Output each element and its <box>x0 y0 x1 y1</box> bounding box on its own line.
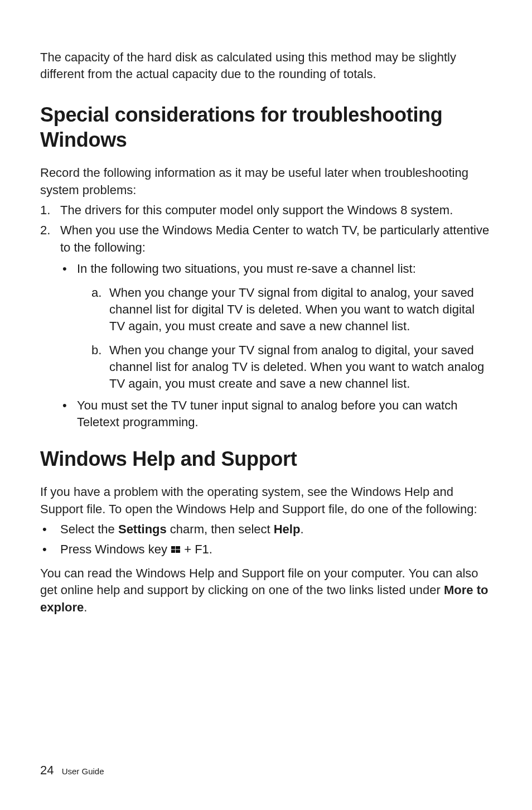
bullet1-help-bold: Help <box>274 522 301 536</box>
bullet2-post: + F1. <box>181 542 212 556</box>
bullet-windows-key: Press Windows key + F1. <box>40 541 492 558</box>
list-item-1-text: The drivers for this computer model only… <box>60 203 453 217</box>
section-heading-troubleshooting: Special considerations for troubleshooti… <box>40 102 492 152</box>
alpha-item-a-text: When you change your TV signal from digi… <box>109 286 475 334</box>
bullet1-pre: Select the <box>60 522 118 536</box>
section-heading-help-support: Windows Help and Support <box>40 446 492 471</box>
list-item-1: The drivers for this computer model only… <box>40 202 492 219</box>
bullet1-settings-bold: Settings <box>118 522 167 536</box>
help-support-bullet-list: Select the Settings charm, then select H… <box>40 521 492 558</box>
bullet2-pre: Press Windows key <box>60 542 171 556</box>
svg-rect-2 <box>171 550 175 553</box>
page-footer: 24 User Guide <box>40 763 104 778</box>
bullet-item-resave-text: In the following two situations, you mus… <box>77 262 416 276</box>
svg-rect-1 <box>176 546 180 549</box>
bullet1-post: . <box>300 522 303 536</box>
svg-rect-3 <box>176 550 180 553</box>
closing-pre: You can read the Windows Help and Suppor… <box>40 566 478 597</box>
alpha-item-a: When you change your TV signal from digi… <box>91 285 492 335</box>
alpha-list: When you change your TV signal from digi… <box>91 285 492 393</box>
bullet-settings-charm: Select the Settings charm, then select H… <box>40 521 492 538</box>
bullet-list-nested: In the following two situations, you mus… <box>60 261 492 431</box>
footer-label: User Guide <box>62 766 104 776</box>
document-page: The capacity of the hard disk as calcula… <box>0 0 532 616</box>
list-item-2-lead: When you use the Windows Media Center to… <box>60 223 489 254</box>
intro-paragraph: The capacity of the hard disk as calcula… <box>40 49 492 82</box>
windows-logo-icon <box>171 542 180 551</box>
page-number: 24 <box>40 763 54 777</box>
numbered-list: The drivers for this computer model only… <box>40 202 492 431</box>
section2-lead: If you have a problem with the operating… <box>40 484 492 518</box>
alpha-item-b-text: When you change your TV signal from anal… <box>109 343 484 391</box>
closing-paragraph: You can read the Windows Help and Suppor… <box>40 565 492 616</box>
bullet-item-teletext-text: You must set the TV tuner input signal t… <box>77 398 457 429</box>
list-item-2: When you use the Windows Media Center to… <box>40 222 492 431</box>
svg-rect-0 <box>171 546 175 549</box>
alpha-item-b: When you change your TV signal from anal… <box>91 342 492 393</box>
bullet1-mid: charm, then select <box>167 522 274 536</box>
bullet-item-resave: In the following two situations, you mus… <box>60 261 492 393</box>
section1-lead: Record the following information as it m… <box>40 165 492 199</box>
closing-post: . <box>84 600 87 614</box>
bullet-item-teletext: You must set the TV tuner input signal t… <box>60 397 492 431</box>
